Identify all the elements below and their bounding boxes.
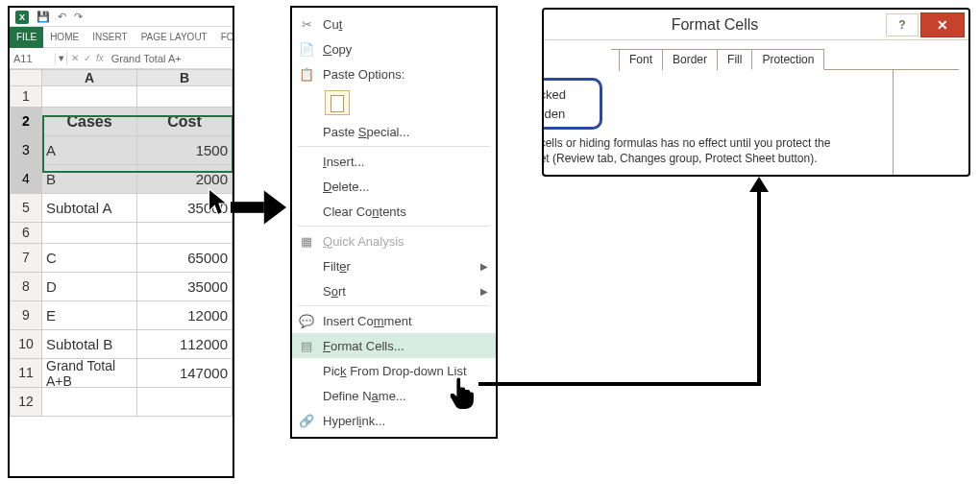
tab-formulas[interactable]: FORMUL [214,27,234,48]
menu-label: Pick From Drop-down List [323,364,467,378]
table-row: 7 C 65000 [10,244,233,273]
menu-separator [298,146,490,147]
cell[interactable] [42,86,137,108]
row-header[interactable]: 11 [10,359,42,388]
cell[interactable]: 12000 [137,301,233,330]
tab-fill[interactable]: Fill [717,49,752,70]
cell[interactable]: B [42,165,137,194]
col-header-a[interactable]: A [42,69,137,86]
cell[interactable]: A [42,136,137,165]
menu-delete[interactable]: Delete... [292,174,496,199]
hidden-checkbox[interactable]: Hidden [542,104,592,123]
menu-filter[interactable]: Filter ▶ [292,253,496,278]
row-header[interactable]: 3 [10,136,42,165]
menu-paste-default[interactable] [292,86,496,119]
menu-quick-analysis: ▦ Quick Analysis [292,228,496,253]
row-header[interactable]: 9 [10,301,42,330]
cancel-icon[interactable]: ✕ [71,53,79,63]
cell[interactable]: 147000 [137,359,233,388]
formula-bar[interactable]: Grand Total A+ [108,53,185,64]
fx-icon[interactable]: fx [96,53,104,63]
row-header[interactable]: 1 [10,86,42,108]
cell[interactable]: Subtotal A [42,194,137,223]
cell[interactable] [42,223,137,244]
menu-insert[interactable]: Insert... [292,149,496,174]
menu-paste-special[interactable]: Paste Special... [292,119,496,144]
menu-label: Clear Contents [323,204,406,219]
cell[interactable]: 65000 [137,244,233,273]
table-row: 6 [10,223,233,244]
menu-separator [298,226,490,227]
menu-label: Insert Comment [323,314,412,328]
table-row: 2 Cases Cost [10,108,233,136]
cell[interactable]: Subtotal B [42,330,137,359]
cell[interactable]: 35000 [137,194,233,223]
quick-access-toolbar: X 💾 ↶ ↷ [10,8,233,27]
menu-label: Quick Analysis [323,234,404,249]
table-row: 8 D 35000 [10,273,233,301]
tab-font[interactable]: Font [619,49,663,70]
close-button[interactable]: ✕ [920,12,965,37]
row-header[interactable]: 5 [10,194,42,223]
cell[interactable]: Grand Total A+B [42,359,137,388]
save-icon[interactable]: 💾 [37,11,50,23]
row-header[interactable]: 4 [10,165,42,194]
cell[interactable]: C [42,244,137,273]
select-all-button[interactable] [10,69,42,86]
enter-icon[interactable]: ✓ [84,53,91,63]
row-header[interactable]: 10 [10,330,42,359]
cell[interactable] [137,223,233,244]
chevron-right-icon: ▶ [480,261,488,272]
undo-icon[interactable]: ↶ [58,11,66,23]
tab-page-layout[interactable]: PAGE LAYOUT [135,27,214,48]
locked-checkbox[interactable]: Locked [542,84,592,104]
cell[interactable]: 1500 [137,136,233,165]
cell[interactable]: Cases [42,108,137,136]
cell[interactable]: 2000 [137,165,233,194]
protection-help-text: Locking cells or hiding formulas has no … [542,135,885,166]
menu-copy[interactable]: 📄 Copy [292,36,496,61]
cell[interactable]: E [42,301,137,330]
redo-icon[interactable]: ↷ [74,11,83,23]
cell[interactable] [42,388,137,417]
col-header-b[interactable]: B [137,69,233,86]
format-cells-icon: ▤ [298,337,315,354]
row-header[interactable]: 7 [10,244,42,273]
annotation-arrow-icon [231,190,286,225]
cell[interactable]: Cost [137,108,233,136]
cell[interactable]: 35000 [137,273,233,301]
help-button[interactable]: ? [886,13,919,36]
menu-label: Cut [323,17,342,32]
cell[interactable] [137,388,233,417]
chevron-right-icon: ▶ [480,286,488,297]
menu-cut[interactable]: ✂ Cut [292,12,496,36]
row-header[interactable]: 12 [10,388,42,417]
checkbox-label: Locked [542,87,566,102]
menu-format-cells[interactable]: ▤ Format Cells... [292,333,496,358]
cell[interactable] [137,86,233,108]
row-header[interactable]: 6 [10,223,42,244]
row-header[interactable]: 2 [10,108,42,136]
annotation-highlight: Locked Hidden [542,78,602,130]
row-header[interactable]: 8 [10,273,42,301]
tab-file[interactable]: FILE [10,27,43,48]
tab-protection[interactable]: Protection [751,49,824,70]
format-cells-dialog: Format Cells ? ✕ Font Border Fill Protec… [542,8,970,177]
cell[interactable]: D [42,273,137,301]
dialog-title-bar[interactable]: Format Cells ? ✕ [544,10,968,40]
menu-sort[interactable]: Sort ▶ [292,278,496,303]
excel-icon: X [15,11,29,24]
menu-hyperlink[interactable]: 🔗 Hyperlink... [292,408,496,433]
table-row: 5 Subtotal A 35000 [10,194,233,223]
name-box[interactable]: A11 [10,53,56,64]
menu-insert-comment[interactable]: 💬 Insert Comment [292,308,496,333]
tab-insert[interactable]: INSERT [86,27,135,48]
menu-clear-contents[interactable]: Clear Contents [292,199,496,224]
cell[interactable]: 112000 [137,330,233,359]
worksheet-grid[interactable]: A B 1 2 Cases Cost 3 A 1500 4 B 2000 [10,69,233,417]
table-row: 12 [10,388,233,417]
tab-border[interactable]: Border [662,49,718,70]
tab-home[interactable]: HOME [43,27,86,48]
name-box-dropdown-icon[interactable]: ▾ [56,52,67,64]
hand-cursor-icon [448,374,477,411]
